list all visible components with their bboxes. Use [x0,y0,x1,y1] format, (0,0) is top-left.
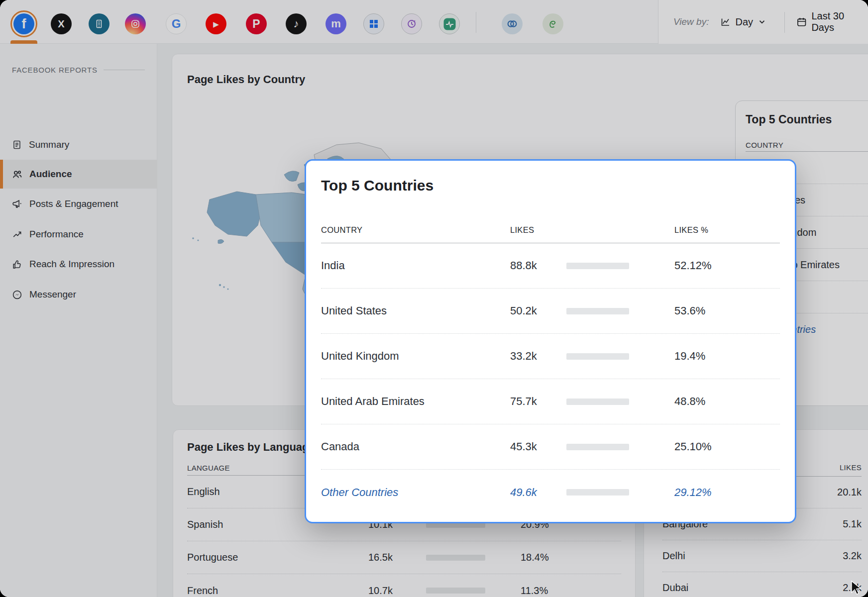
country-column-header: COUNTRY [321,225,510,235]
modal-row-united-states: United States 50.2k 53.6% [321,289,780,334]
likes-bar [566,398,629,405]
app-window: f X G ▶ P ♪ m [0,0,868,597]
modal-title: Top 5 Countries [321,177,780,195]
likes-pct-column-header: LIKES % [674,225,780,235]
modal-row-united-kingdom: United Kingdom 33.2k 19.4% [321,334,780,379]
modal-table-header: COUNTRY LIKES LIKES % [321,217,780,243]
likes-bar [566,308,629,314]
likes-bar [566,489,629,496]
modal-row-india: India 88.8k 52.12% [321,243,780,289]
modal-row-canada: Canada 45.3k 25.10% [321,424,780,470]
likes-bar [566,353,629,360]
likes-bar [566,444,629,450]
likes-column-header: LIKES [510,225,566,235]
likes-bar [566,263,629,269]
modal-row-other-countries-link[interactable]: Other Countries 49.6k 29.12% [321,470,780,515]
top5-countries-modal: Top 5 Countries COUNTRY LIKES LIKES % In… [305,159,796,523]
mouse-cursor [850,580,864,596]
modal-row-united-arab-emirates: United Arab Emirates 75.7k 48.8% [321,379,780,424]
